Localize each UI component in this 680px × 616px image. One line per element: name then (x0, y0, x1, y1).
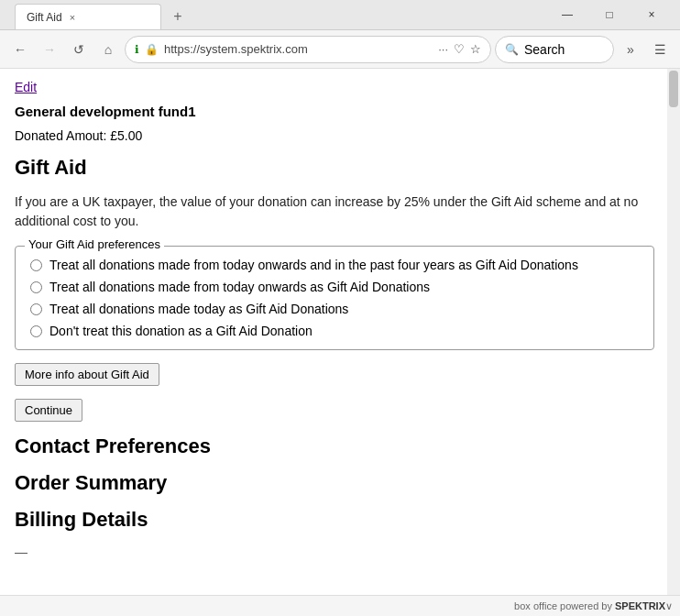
fund-title: General development fund1 (15, 104, 654, 119)
gift-aid-description: If you are a UK taxpayer, the value of y… (15, 192, 654, 231)
gift-aid-preferences-box: Your Gift Aid preferences Treat all dona… (15, 246, 654, 350)
more-button[interactable]: ··· (438, 42, 448, 56)
radio-option-1: Treat all donations made from today onwa… (30, 258, 639, 272)
scrollbar-thumb[interactable] (669, 71, 678, 107)
page-content-area: Edit General development fund1 Donated A… (0, 69, 680, 595)
radio-input-4[interactable] (30, 325, 42, 337)
address-bar[interactable]: ℹ 🔒 https://system.spektrix.com ··· ♡ ☆ (125, 36, 491, 63)
billing-details-title: Billing Details (15, 508, 654, 532)
edit-link[interactable]: Edit (15, 80, 37, 94)
info-icon: ℹ (135, 43, 139, 56)
donated-amount: Donated Amout: £5.00 (15, 128, 654, 143)
radio-label-1: Treat all donations made from today onwa… (49, 258, 578, 272)
continue-button[interactable]: Continue (15, 399, 82, 422)
new-tab-button[interactable]: + (165, 4, 191, 29)
reload-button[interactable]: ↺ (66, 37, 92, 62)
favorite-icon[interactable]: ♡ (454, 42, 465, 56)
scrollbar[interactable] (667, 69, 680, 595)
radio-input-3[interactable] (30, 303, 42, 315)
menu-button[interactable]: ☰ (647, 37, 673, 62)
minus-indicator: — (15, 544, 654, 559)
radio-input-2[interactable] (30, 281, 42, 293)
radio-input-1[interactable] (30, 259, 42, 271)
maximize-button[interactable]: □ (588, 0, 631, 29)
more-info-button[interactable]: More info about Gift Aid (15, 363, 159, 386)
radio-label-4: Don't treat this donation as a Gift Aid … (49, 324, 313, 338)
status-bar: box office powered by SPEKTRIX∨ (0, 595, 680, 616)
powered-by: box office powered by SPEKTRIX∨ (514, 600, 673, 612)
search-text: Search (524, 42, 565, 57)
navigation-bar: ← → ↺ ⌂ ℹ 🔒 https://system.spektrix.com … (0, 30, 680, 69)
tab-title: Gift Aid (27, 11, 62, 24)
url-text: https://system.spektrix.com (164, 42, 433, 56)
radio-option-3: Treat all donations made today as Gift A… (30, 302, 639, 316)
radio-label-3: Treat all donations made today as Gift A… (49, 302, 348, 316)
page-content: Edit General development fund1 Donated A… (0, 69, 669, 570)
forward-button[interactable]: → (37, 37, 62, 62)
lock-icon: 🔒 (145, 43, 159, 56)
browser-tab[interactable]: Gift Aid × (15, 4, 161, 29)
order-summary-title: Order Summary (15, 471, 654, 495)
radio-option-2: Treat all donations made from today onwa… (30, 280, 639, 294)
extend-button[interactable]: » (618, 37, 643, 62)
window-controls: — □ × (546, 0, 673, 29)
radio-label-2: Treat all donations made from today onwa… (49, 280, 430, 294)
minimize-button[interactable]: — (546, 0, 588, 29)
search-icon: 🔍 (505, 43, 519, 56)
search-box[interactable]: 🔍 Search (495, 36, 614, 63)
back-button[interactable]: ← (7, 37, 33, 62)
preferences-legend: Your Gift Aid preferences (25, 237, 164, 251)
radio-option-4: Don't treat this donation as a Gift Aid … (30, 324, 639, 338)
gift-aid-title: Gift Aid (15, 156, 654, 180)
close-button[interactable]: × (631, 0, 673, 29)
contact-preferences-title: Contact Preferences (15, 434, 654, 458)
home-button[interactable]: ⌂ (95, 37, 121, 62)
bookmark-icon[interactable]: ☆ (470, 42, 481, 56)
tab-close-button[interactable]: × (70, 12, 75, 23)
